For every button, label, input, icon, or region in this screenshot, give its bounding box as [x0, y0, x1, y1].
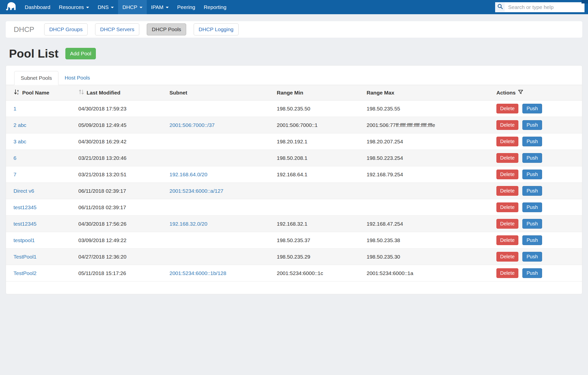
range-min-text: 198.50.235.50 — [277, 106, 310, 111]
pool-name-link[interactable]: 1 — [13, 106, 16, 111]
table-row: TestPool1 04/27/2018 12:36:20 198.50.235… — [6, 249, 582, 265]
page-title: Pool List — [9, 47, 58, 60]
delete-button[interactable]: Delete — [496, 137, 518, 146]
range-max-text: 198.50.235.30 — [367, 254, 400, 260]
search-button[interactable] — [495, 2, 505, 12]
table-row: 3 abc 04/30/2018 16:29:42 198.20.192.1 1… — [6, 133, 582, 150]
col-pool-name-label: Pool Name — [22, 90, 49, 96]
delete-button[interactable]: Delete — [496, 170, 518, 179]
pool-name-link[interactable]: 6 — [13, 155, 16, 161]
pool-table-body: 1 04/30/2018 17:59:23 198.50.235.50 198.… — [6, 100, 582, 281]
table-row: 1 04/30/2018 17:59:23 198.50.235.50 198.… — [6, 100, 582, 117]
nav-peering-label: Peering — [177, 4, 195, 10]
range-max-text: 2001:5234:6000::1a — [367, 270, 413, 276]
pool-name-link[interactable]: 3 abc — [13, 139, 26, 144]
col-range-max: Range Max — [362, 85, 491, 100]
nav-dns-label: DNS — [98, 4, 109, 10]
push-button[interactable]: Push — [522, 170, 542, 179]
pool-name-link[interactable]: 7 — [13, 172, 16, 177]
table-row: TestPool2 05/11/2018 15:17:26 2001:5234:… — [6, 265, 582, 281]
col-last-modified[interactable]: Last Modified — [73, 85, 164, 100]
push-button[interactable]: Push — [522, 153, 542, 163]
col-pool-name[interactable]: a z Pool Name — [6, 85, 73, 100]
top-navbar: Dashboard Resources DNS DHCP IPAM Peerin… — [0, 0, 588, 14]
nav-ipam[interactable]: IPAM — [147, 0, 173, 14]
pool-name-link[interactable]: test12345 — [13, 204, 36, 210]
delete-button[interactable]: Delete — [496, 120, 518, 130]
search-input[interactable] — [505, 2, 585, 12]
range-min-text: 192.168.64.1 — [277, 172, 307, 177]
table-row: 6 03/21/2018 13:20:46 198.50.208.1 198.5… — [6, 150, 582, 166]
pool-name-link[interactable]: TestPool1 — [13, 254, 36, 260]
delete-button[interactable]: Delete — [496, 252, 518, 262]
nav-peering[interactable]: Peering — [173, 0, 199, 14]
dhcp-pools-button[interactable]: DHCP Pools — [147, 23, 186, 35]
last-modified-text: 04/27/2018 12:36:20 — [78, 254, 127, 260]
dhcp-servers-button[interactable]: DHCP Servers — [95, 23, 139, 35]
last-modified-text: 04/30/2018 16:29:42 — [78, 139, 127, 144]
subnet-link[interactable]: 192.168.64.0/20 — [169, 172, 207, 177]
search-icon — [497, 3, 503, 11]
delete-button[interactable]: Delete — [496, 202, 518, 212]
nav-dhcp-label: DHCP — [122, 4, 137, 10]
tab-host-pools[interactable]: Host Pools — [58, 71, 96, 85]
pool-name-link[interactable]: 2 abc — [13, 122, 26, 128]
push-button[interactable]: Push — [522, 104, 542, 113]
nav-dhcp[interactable]: DHCP — [118, 0, 147, 14]
range-min-text: 198.50.208.1 — [277, 155, 307, 161]
last-modified-text: 06/11/2018 02:39:17 — [78, 204, 126, 210]
push-button[interactable]: Push — [522, 120, 542, 130]
dhcp-subnav: DHCP DHCP Groups DHCP Servers DHCP Pools… — [6, 21, 582, 38]
dhcp-groups-button[interactable]: DHCP Groups — [44, 23, 88, 35]
last-modified-text: 04/30/2018 17:59:23 — [78, 106, 127, 111]
table-row: 2 abc 05/09/2018 12:49:45 2001:506:7000:… — [6, 117, 582, 133]
delete-button[interactable]: Delete — [496, 186, 518, 196]
push-button[interactable]: Push — [522, 137, 542, 146]
pool-name-link[interactable]: testpool1 — [13, 237, 35, 243]
range-min-text: 198.20.192.1 — [277, 139, 307, 144]
nav-dns[interactable]: DNS — [93, 0, 118, 14]
table-row: 7 03/21/2018 13:20:51 192.168.64.0/20 19… — [6, 166, 582, 183]
delete-button[interactable]: Delete — [496, 219, 518, 229]
nav-reporting[interactable]: Reporting — [199, 0, 231, 14]
navbar-search — [495, 0, 588, 14]
push-button[interactable]: Push — [522, 202, 542, 212]
tab-subnet-pools[interactable]: Subnet Pools — [14, 71, 58, 85]
pool-name-link[interactable]: test12345 — [13, 221, 36, 227]
delete-button[interactable]: Delete — [496, 153, 518, 163]
push-button[interactable]: Push — [522, 252, 542, 262]
table-row: Direct v6 06/11/2018 02:39:17 2001:5234:… — [6, 183, 582, 199]
delete-button[interactable]: Delete — [496, 235, 518, 245]
push-button[interactable]: Push — [522, 186, 542, 196]
subnet-link[interactable]: 2001:506:7000::/37 — [169, 122, 215, 128]
chevron-down-icon — [86, 7, 89, 8]
delete-button[interactable]: Delete — [496, 268, 518, 278]
pool-list-card: Subnet Pools Host Pools a z — [6, 65, 582, 294]
chevron-down-icon — [111, 7, 114, 8]
subnet-link[interactable]: 192.168.32.0/20 — [169, 221, 207, 227]
subnet-link[interactable]: 2001:5234:6000::1b/128 — [169, 270, 226, 276]
nav-ipam-label: IPAM — [151, 4, 163, 10]
range-min-text: 2001:506:7000::1 — [277, 122, 318, 128]
push-button[interactable]: Push — [522, 219, 542, 229]
push-button[interactable]: Push — [522, 235, 542, 245]
pool-name-link[interactable]: Direct v6 — [13, 188, 34, 194]
add-pool-button[interactable]: Add Pool — [65, 48, 96, 59]
push-button[interactable]: Push — [522, 268, 542, 278]
range-max-text: 192.168.79.254 — [367, 172, 403, 177]
chevron-down-icon — [140, 7, 143, 8]
nav-resources[interactable]: Resources — [55, 0, 93, 14]
filter-funnel-icon[interactable] — [518, 89, 523, 96]
page-header: Pool List Add Pool — [9, 47, 582, 60]
dhcp-logging-button[interactable]: DHCP Logging — [194, 23, 239, 35]
col-last-modified-label: Last Modified — [87, 90, 120, 96]
nav-dashboard-label: Dashboard — [25, 4, 50, 10]
mammoth-logo-icon — [5, 1, 16, 13]
app-logo[interactable] — [0, 0, 20, 14]
delete-button[interactable]: Delete — [496, 104, 518, 113]
nav-resources-label: Resources — [59, 4, 84, 10]
last-modified-text: 06/11/2018 02:39:17 — [78, 188, 126, 194]
subnet-link[interactable]: 2001:5234:6000::a/127 — [169, 188, 223, 194]
pool-name-link[interactable]: TestPool2 — [13, 270, 36, 276]
nav-dashboard[interactable]: Dashboard — [20, 0, 55, 14]
